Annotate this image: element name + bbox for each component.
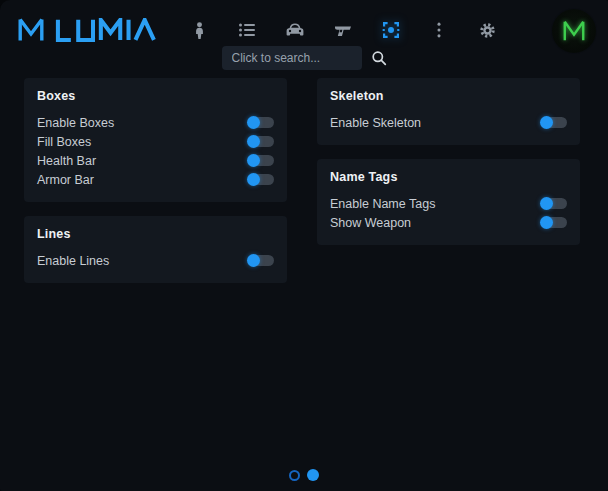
toggle-show-weapon[interactable]: [540, 216, 567, 229]
brand-logo: [18, 18, 157, 42]
toggle-fill-boxes[interactable]: [247, 135, 274, 148]
more-icon[interactable]: [429, 20, 449, 40]
left-column: Boxes Enable Boxes Fill Boxes Health Bar…: [24, 78, 287, 283]
list-icon[interactable]: [237, 20, 257, 40]
setting-label: Health Bar: [37, 154, 96, 168]
panel-title: Boxes: [37, 89, 274, 103]
setting-row: Armor Bar: [37, 170, 274, 189]
mod-menu-window: Boxes Enable Boxes Fill Boxes Health Bar…: [0, 0, 608, 491]
toggle-enable-boxes[interactable]: [247, 116, 274, 129]
toggle-enable-name-tags[interactable]: [540, 197, 567, 210]
setting-label: Enable Skeleton: [330, 116, 421, 130]
toggle-health-bar[interactable]: [247, 154, 274, 167]
setting-label: Enable Lines: [37, 254, 109, 268]
nav-icons: [189, 20, 497, 40]
panel-skeleton: Skeleton Enable Skeleton: [317, 78, 580, 145]
search-row: [0, 46, 608, 70]
setting-row: Enable Boxes: [37, 113, 274, 132]
toggle-enable-skeleton[interactable]: [540, 116, 567, 129]
search-input[interactable]: [222, 46, 362, 70]
setting-row: Fill Boxes: [37, 132, 274, 151]
panel-boxes: Boxes Enable Boxes Fill Boxes Health Bar…: [24, 78, 287, 202]
toggle-armor-bar[interactable]: [247, 173, 274, 186]
setting-row: Show Weapon: [330, 213, 567, 232]
setting-label: Enable Name Tags: [330, 197, 435, 211]
setting-row: Enable Lines: [37, 251, 274, 270]
panel-title: Skeleton: [330, 89, 567, 103]
esp-aim-icon[interactable]: [381, 20, 401, 40]
avatar[interactable]: [552, 9, 596, 53]
vehicle-icon[interactable]: [285, 20, 305, 40]
search-icon[interactable]: [371, 50, 387, 66]
page-indicator: [0, 469, 608, 481]
player-icon[interactable]: [189, 20, 209, 40]
panel-lines: Lines Enable Lines: [24, 216, 287, 283]
toggle-enable-lines[interactable]: [247, 254, 274, 267]
lumia-m-mark-icon: [18, 18, 44, 42]
setting-row: Enable Name Tags: [330, 194, 567, 213]
setting-label: Show Weapon: [330, 216, 411, 230]
panel-title: Lines: [37, 227, 274, 241]
weapon-icon[interactable]: [333, 20, 353, 40]
settings-icon[interactable]: [477, 20, 497, 40]
content-area: Boxes Enable Boxes Fill Boxes Health Bar…: [0, 70, 608, 283]
setting-label: Armor Bar: [37, 173, 94, 187]
page-dot-2[interactable]: [307, 469, 319, 481]
setting-row: Health Bar: [37, 151, 274, 170]
panel-name-tags: Name Tags Enable Name Tags Show Weapon: [317, 159, 580, 245]
page-dot-1[interactable]: [289, 470, 300, 481]
right-column: Skeleton Enable Skeleton Name Tags Enabl…: [317, 78, 580, 283]
setting-label: Enable Boxes: [37, 116, 114, 130]
avatar-green-m-icon: [562, 19, 586, 43]
panel-title: Name Tags: [330, 170, 567, 184]
top-bar: [0, 0, 608, 46]
setting-row: Enable Skeleton: [330, 113, 567, 132]
setting-label: Fill Boxes: [37, 135, 91, 149]
brand-wordmark: [53, 18, 157, 42]
